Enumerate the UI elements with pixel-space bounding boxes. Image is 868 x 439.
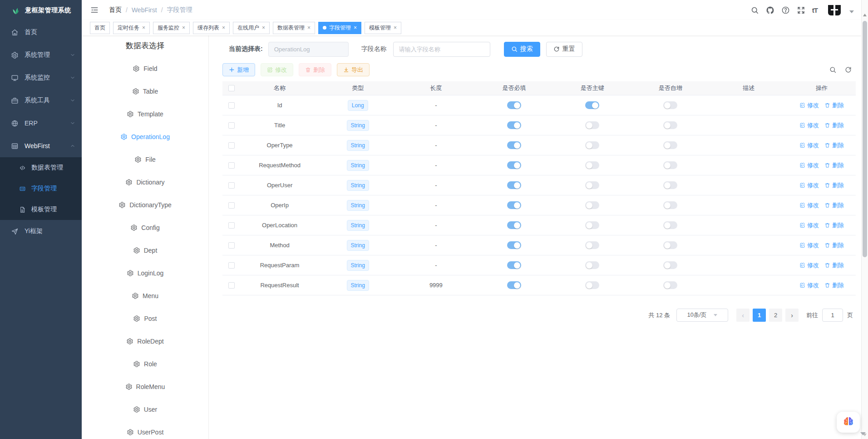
tree-item-User[interactable]: User [82, 401, 208, 418]
row-delete-button[interactable]: 删除 [824, 201, 844, 210]
row-checkbox[interactable] [228, 142, 235, 149]
row-delete-button[interactable]: 删除 [824, 141, 844, 150]
search-icon[interactable] [750, 6, 759, 15]
sidebar-item-ERP[interactable]: ERP [0, 112, 82, 135]
auto-increment-toggle[interactable] [663, 141, 677, 149]
close-icon[interactable]: × [262, 25, 265, 30]
search-icon[interactable] [829, 66, 837, 74]
row-checkbox[interactable] [228, 182, 235, 189]
sidebar-item-系统监控[interactable]: 系统监控 [0, 66, 82, 89]
row-checkbox[interactable] [228, 202, 235, 209]
sidebar-item-系统管理[interactable]: 系统管理 [0, 44, 82, 66]
tab-模板管理[interactable]: 模板管理× [365, 22, 401, 34]
row-delete-button[interactable]: 删除 [824, 281, 844, 289]
row-delete-button[interactable]: 删除 [824, 221, 844, 229]
tree-item-RoleDept[interactable]: RoleDept [82, 333, 208, 349]
tree-item-LoginLog[interactable]: LoginLog [82, 265, 208, 281]
tree-item-File[interactable]: File [82, 151, 208, 168]
row-delete-button[interactable]: 删除 [824, 181, 844, 190]
close-icon[interactable]: × [354, 25, 357, 30]
primary-key-toggle[interactable] [585, 161, 599, 169]
ai-collapse-caret-icon[interactable] [860, 432, 866, 435]
refresh-icon[interactable] [844, 66, 852, 74]
required-toggle[interactable] [507, 221, 521, 229]
collapse-menu-icon[interactable] [90, 5, 99, 15]
row-edit-button[interactable]: 修改 [799, 241, 819, 249]
row-edit-button[interactable]: 修改 [799, 101, 819, 110]
tree-item-Field[interactable]: Field [82, 60, 208, 77]
row-checkbox[interactable] [228, 162, 235, 169]
row-edit-button[interactable]: 修改 [799, 221, 819, 229]
required-toggle[interactable] [507, 141, 521, 149]
auto-increment-toggle[interactable] [663, 221, 677, 229]
close-icon[interactable]: × [182, 25, 185, 30]
tab-字段管理[interactable]: 字段管理× [318, 22, 361, 34]
row-edit-button[interactable]: 修改 [799, 281, 819, 289]
brand-logo[interactable] [827, 4, 842, 16]
tree-item-Dept[interactable]: Dept [82, 242, 208, 259]
required-toggle[interactable] [507, 261, 521, 269]
row-delete-button[interactable]: 删除 [824, 121, 844, 130]
scroll-up-arrow-icon[interactable] [863, 14, 867, 16]
sidebar-item-首页[interactable]: 首页 [0, 21, 82, 44]
tree-item-UserPost[interactable]: UserPost [82, 424, 208, 439]
tab-服务监控[interactable]: 服务监控× [153, 22, 190, 34]
tab-缓存列表[interactable]: 缓存列表× [193, 22, 230, 34]
primary-key-toggle[interactable] [585, 201, 599, 209]
sidebar-subitem-模板管理[interactable]: 模板管理 [0, 199, 82, 220]
github-icon[interactable] [766, 6, 774, 15]
select-all-checkbox[interactable] [228, 85, 235, 91]
row-edit-button[interactable]: 修改 [799, 181, 819, 190]
sidebar-subitem-字段管理[interactable]: 字段管理 [0, 178, 82, 199]
tree-item-Template[interactable]: Template [82, 106, 208, 122]
row-edit-button[interactable]: 修改 [799, 121, 819, 130]
row-checkbox[interactable] [228, 262, 235, 269]
fullscreen-icon[interactable] [797, 6, 805, 15]
page-button-1[interactable]: 1 [753, 309, 766, 322]
tree-item-Dictionary[interactable]: Dictionary [82, 174, 208, 190]
breadcrumb-home[interactable]: 首页 [109, 6, 122, 14]
tab-首页[interactable]: 首页 [90, 22, 110, 34]
tree-item-RoleMenu[interactable]: RoleMenu [82, 379, 208, 395]
primary-key-toggle[interactable] [585, 261, 599, 269]
page-size-select[interactable]: 10条/页 [676, 309, 728, 322]
primary-key-toggle[interactable] [585, 141, 599, 149]
row-checkbox[interactable] [228, 102, 235, 109]
row-checkbox[interactable] [228, 242, 235, 249]
tree-item-OperationLog[interactable]: OperationLog [82, 129, 208, 145]
close-icon[interactable]: × [307, 25, 311, 30]
required-toggle[interactable] [507, 281, 521, 289]
tab-数据表管理[interactable]: 数据表管理× [273, 22, 315, 34]
required-toggle[interactable] [507, 201, 521, 209]
tree-item-DictionaryType[interactable]: DictionaryType [82, 197, 208, 213]
app-logo-bar[interactable]: 意框架管理系统 [0, 0, 82, 21]
tree-item-Role[interactable]: Role [82, 356, 208, 372]
sidebar-item-WebFirst[interactable]: WebFirst [0, 135, 82, 157]
row-edit-button[interactable]: 修改 [799, 141, 819, 150]
scrollbar-thumb[interactable] [863, 21, 867, 257]
auto-increment-toggle[interactable] [663, 121, 677, 129]
tab-定时任务[interactable]: 定时任务× [113, 22, 150, 34]
row-checkbox[interactable] [228, 122, 235, 129]
row-edit-button[interactable]: 修改 [799, 161, 819, 170]
next-page-button[interactable]: › [785, 309, 799, 322]
edit-button[interactable]: 修改 [261, 63, 293, 76]
required-toggle[interactable] [507, 181, 521, 189]
close-icon[interactable]: × [394, 25, 397, 30]
row-edit-button[interactable]: 修改 [799, 261, 819, 269]
row-delete-button[interactable]: 删除 [824, 101, 844, 110]
tree-item-Post[interactable]: Post [82, 310, 208, 327]
row-edit-button[interactable]: 修改 [799, 201, 819, 210]
search-button[interactable]: 搜索 [504, 42, 540, 57]
primary-key-toggle[interactable] [585, 121, 599, 129]
tree-item-Menu[interactable]: Menu [82, 288, 208, 304]
prev-page-button[interactable]: ‹ [736, 309, 750, 322]
tree-item-Table[interactable]: Table [82, 83, 208, 100]
required-toggle[interactable] [507, 121, 521, 129]
auto-increment-toggle[interactable] [663, 261, 677, 269]
field-name-input[interactable] [399, 46, 484, 53]
sidebar-subitem-数据表管理[interactable]: 数据表管理 [0, 157, 82, 178]
auto-increment-toggle[interactable] [663, 201, 677, 209]
primary-key-toggle[interactable] [585, 181, 599, 189]
auto-increment-toggle[interactable] [663, 101, 677, 109]
